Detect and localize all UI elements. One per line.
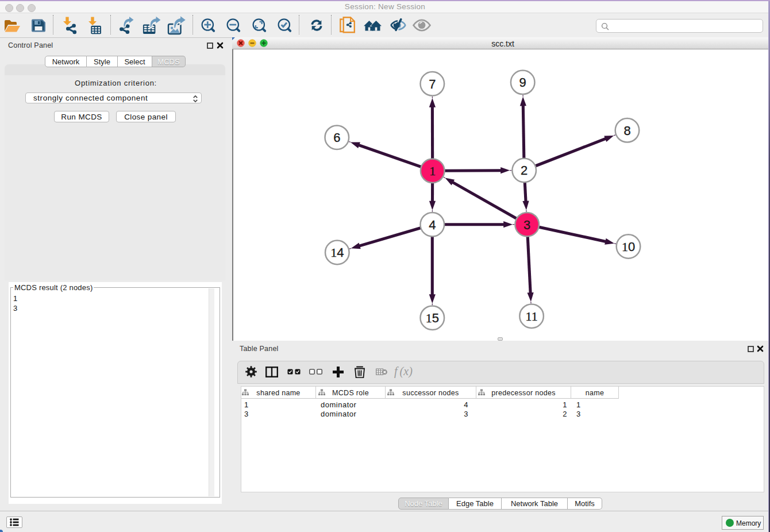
svg-text:15: 15	[426, 311, 439, 325]
svg-text:10: 10	[622, 240, 635, 254]
svg-text:4: 4	[429, 218, 436, 232]
svg-text:1: 1	[429, 164, 436, 178]
svg-text:6: 6	[333, 130, 340, 145]
svg-text:14: 14	[330, 245, 344, 260]
svg-text:2: 2	[521, 163, 528, 178]
svg-text:3: 3	[523, 218, 530, 232]
svg-text:11: 11	[526, 309, 538, 323]
svg-text:9: 9	[519, 75, 526, 90]
svg-text:8: 8	[623, 124, 630, 138]
svg-text:7: 7	[429, 77, 436, 91]
